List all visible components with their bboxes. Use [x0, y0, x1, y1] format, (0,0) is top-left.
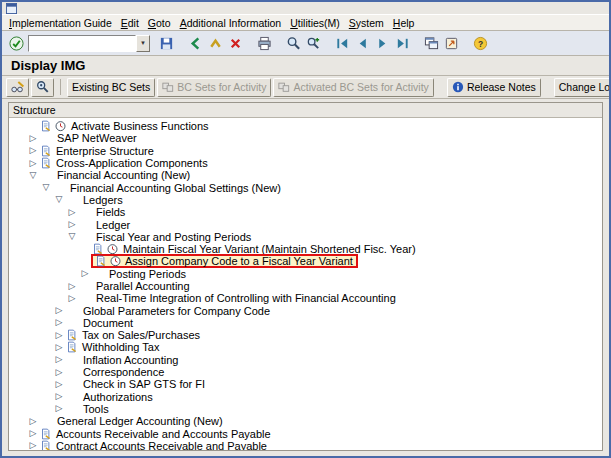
- tree-item-label[interactable]: SAP NetWeaver: [55, 132, 139, 144]
- expand-icon[interactable]: ▷: [53, 392, 65, 401]
- tree-item-general-ledger-accounting-new: ▷General Ledger Accounting (New): [9, 415, 602, 427]
- position-button[interactable]: [31, 78, 54, 97]
- tree-item-label[interactable]: Fiscal Year and Posting Periods: [94, 231, 253, 243]
- tree-item-label[interactable]: General Ledger Accounting (New): [55, 415, 225, 427]
- first-page-icon[interactable]: [332, 33, 352, 53]
- tree-item-label[interactable]: Document: [81, 317, 135, 329]
- last-page-icon[interactable]: [392, 33, 412, 53]
- new-session-icon[interactable]: [421, 33, 441, 53]
- save-icon[interactable]: [156, 33, 176, 53]
- tree-item-label[interactable]: Tools: [81, 403, 111, 415]
- tree-item-label[interactable]: Inflation Accounting: [81, 354, 180, 366]
- menu-item-additional-information[interactable]: Additional Information: [180, 17, 282, 29]
- exit-icon[interactable]: [205, 33, 225, 53]
- tree-item-label[interactable]: Ledgers: [81, 194, 125, 206]
- expand-icon[interactable]: ▷: [53, 318, 65, 327]
- execute-clock-icon[interactable]: [106, 243, 121, 255]
- find-icon[interactable]: [283, 33, 303, 53]
- menu-item-edit[interactable]: Edit: [121, 17, 139, 29]
- back-icon[interactable]: [185, 33, 205, 53]
- expand-icon[interactable]: ▷: [27, 159, 39, 168]
- tree-item-assign-company-code-to-a-fiscal-year-variant: Assign Company Code to a Fiscal Year Var…: [9, 255, 602, 267]
- expand-icon[interactable]: ▷: [53, 380, 65, 389]
- tree-item-label[interactable]: Parallel Accounting: [94, 280, 192, 292]
- menu-item-utilities-m[interactable]: Utilities(M): [290, 17, 340, 29]
- tree-item-tax-on-sales-purchases: ▷Tax on Sales/Purchases: [9, 329, 602, 341]
- cancel-icon[interactable]: [225, 33, 245, 53]
- tree-item-label[interactable]: Fields: [94, 206, 127, 218]
- expand-icon[interactable]: ▷: [79, 269, 91, 278]
- display-change-button[interactable]: [6, 78, 29, 97]
- expand-icon[interactable]: ▷: [27, 429, 39, 438]
- release-notes-button[interactable]: Release Notes: [447, 78, 541, 97]
- img-activity-doc-icon[interactable]: [65, 341, 80, 353]
- find-next-icon[interactable]: [303, 33, 323, 53]
- expand-icon[interactable]: ▷: [53, 404, 65, 413]
- tree-item-label[interactable]: Enterprise Structure: [54, 145, 156, 157]
- collapse-icon[interactable]: ▽: [53, 195, 65, 204]
- window-menu-icon[interactable]: [6, 3, 17, 14]
- tree-item-label[interactable]: Ledger: [94, 219, 132, 231]
- img-activity-doc-icon[interactable]: [91, 243, 106, 255]
- change-log-button[interactable]: Change Log: [554, 78, 611, 97]
- tree-item-label[interactable]: Authorizations: [81, 391, 155, 403]
- tree-item-label[interactable]: Correspondence: [81, 366, 166, 378]
- expand-icon[interactable]: ▷: [53, 368, 65, 377]
- tree-item-label[interactable]: Tax on Sales/Purchases: [80, 329, 202, 341]
- img-activity-doc-icon[interactable]: [39, 145, 54, 157]
- expand-icon[interactable]: ▷: [53, 355, 65, 364]
- tree-item-inflation-accounting: ▷Inflation Accounting: [9, 354, 602, 366]
- print-icon[interactable]: [254, 33, 274, 53]
- prev-page-icon[interactable]: [352, 33, 372, 53]
- tree-item-cross-application-components: ▷Cross-Application Components: [9, 157, 602, 169]
- expand-icon[interactable]: ▷: [66, 220, 78, 229]
- execute-clock-icon[interactable]: [109, 255, 124, 267]
- tree-item-label[interactable]: Global Parameters for Company Code: [81, 305, 272, 317]
- expand-icon[interactable]: ▷: [53, 306, 65, 315]
- img-activity-doc-icon[interactable]: [39, 120, 54, 132]
- page-title: Display IMG: [11, 58, 85, 73]
- menu-item-system[interactable]: System: [349, 17, 384, 29]
- expand-icon[interactable]: ▷: [27, 146, 39, 155]
- expand-icon[interactable]: ▷: [66, 282, 78, 291]
- tree-item-label[interactable]: Real-Time Integration of Controlling wit…: [94, 292, 398, 304]
- img-activity-doc-icon[interactable]: [39, 157, 54, 169]
- next-page-icon[interactable]: [372, 33, 392, 53]
- existing-bc-sets-button[interactable]: Existing BC Sets: [67, 78, 155, 97]
- img-activity-doc-icon[interactable]: [39, 428, 54, 440]
- tree-item-label[interactable]: Assign Company Code to a Fiscal Year Var…: [124, 255, 355, 267]
- expand-icon[interactable]: ▷: [66, 294, 78, 303]
- collapse-icon[interactable]: ▽: [27, 171, 39, 180]
- img-activity-doc-icon[interactable]: [94, 255, 109, 267]
- expand-icon[interactable]: ▷: [27, 441, 39, 450]
- expand-icon[interactable]: ▷: [53, 343, 65, 352]
- expand-icon[interactable]: ▷: [66, 208, 78, 217]
- create-shortcut-icon[interactable]: [441, 33, 461, 53]
- command-history-dropdown-icon[interactable]: ▼: [136, 35, 150, 52]
- tree-item-label[interactable]: Financial Accounting (New): [55, 169, 192, 181]
- menu-item-help[interactable]: Help: [393, 17, 415, 29]
- tree-item-label[interactable]: Financial Accounting Global Settings (Ne…: [68, 182, 283, 194]
- img-activity-doc-icon[interactable]: [39, 440, 54, 450]
- tree-item-label[interactable]: Posting Periods: [107, 268, 188, 280]
- command-input[interactable]: [28, 35, 136, 52]
- help-icon[interactable]: ?: [470, 33, 490, 53]
- img-activity-doc-icon[interactable]: [65, 329, 80, 341]
- expand-icon[interactable]: ▷: [27, 134, 39, 143]
- enter-icon[interactable]: [6, 33, 26, 53]
- tree-item-label[interactable]: Accounts Receivable and Accounts Payable: [54, 428, 273, 440]
- tree-item-label[interactable]: Withholding Tax: [80, 341, 161, 353]
- execute-clock-icon[interactable]: [54, 120, 69, 132]
- menu-item-goto[interactable]: Goto: [148, 17, 171, 29]
- collapse-icon[interactable]: ▽: [66, 232, 78, 241]
- tree-item-label[interactable]: Maintain Fiscal Year Variant (Maintain S…: [121, 243, 418, 255]
- structure-panel: Structure Activate Business Functions▷SA…: [8, 102, 603, 451]
- expand-icon[interactable]: ▷: [53, 331, 65, 340]
- tree-item-label[interactable]: Check in SAP GTS for FI: [81, 378, 207, 390]
- tree-item-label[interactable]: Cross-Application Components: [54, 157, 210, 169]
- menu-item-implementation-guide[interactable]: Implementation Guide: [9, 17, 112, 29]
- collapse-icon[interactable]: ▽: [40, 183, 52, 192]
- tree-item-label[interactable]: Contract Accounts Receivable and Payable: [54, 440, 269, 450]
- expand-icon[interactable]: ▷: [27, 417, 39, 426]
- tree-item-label[interactable]: Activate Business Functions: [69, 120, 211, 132]
